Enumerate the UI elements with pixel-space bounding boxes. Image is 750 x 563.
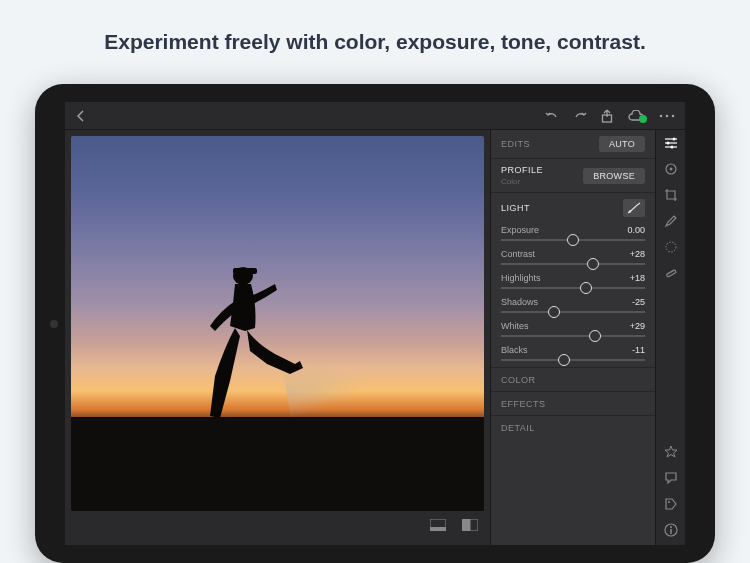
svg-rect-20 [666,270,676,278]
slider-value: -11 [632,345,645,355]
edits-label: EDITS [501,139,530,149]
slider-name: Shadows [501,297,538,307]
crop-tool-icon[interactable] [664,188,678,202]
share-button[interactable] [601,109,613,123]
info-icon[interactable] [664,523,678,537]
slider-thumb[interactable] [580,282,592,294]
profile-label: PROFILE [501,165,543,175]
slider-row-exposure: Exposure0.00 [501,225,645,241]
effects-section-label: EFFECTS [501,399,546,409]
slider-value: -25 [632,297,645,307]
photo-preview[interactable] [71,136,484,511]
svg-point-10 [629,210,631,212]
profile-section: PROFILE Color BROWSE [491,159,655,193]
slider-thumb[interactable] [589,330,601,342]
slider-name: Whites [501,321,529,331]
slider-blacks[interactable] [501,359,645,361]
slider-row-blacks: Blacks-11 [501,345,645,361]
svg-point-2 [666,114,669,117]
redo-button[interactable] [573,110,587,122]
light-section: LIGHT Exposure0.00Contrast+28Highlights+… [491,193,655,368]
svg-point-1 [660,114,663,117]
profile-value: Color [501,177,543,186]
undo-button[interactable] [545,110,559,122]
brush-tool-icon[interactable] [664,214,678,228]
comments-icon[interactable] [664,471,678,485]
slider-thumb[interactable] [558,354,570,366]
slider-value: 0.00 [627,225,645,235]
back-button[interactable] [75,110,87,122]
cloud-sync-status-icon[interactable] [627,110,645,122]
slider-name: Blacks [501,345,528,355]
svg-point-15 [666,142,669,145]
detail-section-header[interactable]: DETAIL [491,416,655,439]
slider-row-shadows: Shadows-25 [501,297,645,313]
canvas-footer [71,511,484,539]
slider-name: Exposure [501,225,539,235]
slider-contrast[interactable] [501,263,645,265]
slider-shadows[interactable] [501,311,645,313]
tool-rail [655,130,685,545]
keywords-tag-icon[interactable] [664,497,678,511]
color-section-header[interactable]: COLOR [491,368,655,392]
light-label: LIGHT [501,203,530,213]
slider-row-whites: Whites+29 [501,321,645,337]
device-camera [50,320,58,328]
effects-section-header[interactable]: EFFECTS [491,392,655,416]
rate-star-icon[interactable] [664,445,678,459]
slider-whites[interactable] [501,335,645,337]
radial-filter-tool-icon[interactable] [664,240,678,254]
svg-rect-9 [470,519,478,531]
svg-point-14 [672,138,675,141]
slider-thumb[interactable] [548,306,560,318]
healing-tool-icon[interactable] [664,266,678,280]
marketing-headline: Experiment freely with color, exposure, … [104,30,645,54]
slider-highlights[interactable] [501,287,645,289]
slider-value: +29 [630,321,645,331]
slider-exposure[interactable] [501,239,645,241]
color-section-label: COLOR [501,375,536,385]
slider-thumb[interactable] [567,234,579,246]
svg-point-23 [670,526,672,528]
svg-rect-8 [462,519,470,531]
slider-thumb[interactable] [587,258,599,270]
adjust-sliders-tool-icon[interactable] [663,136,679,150]
slider-value: +28 [630,249,645,259]
slider-name: Contrast [501,249,535,259]
target-adjust-tool-icon[interactable] [664,162,678,176]
svg-rect-5 [233,268,257,274]
edits-section: EDITS AUTO [491,130,655,159]
slider-value: +18 [630,273,645,283]
svg-point-16 [670,146,673,149]
top-toolbar [65,102,685,130]
tablet-device-frame: EDITS AUTO PROFILE Color BROWSE [35,84,715,563]
slider-name: Highlights [501,273,541,283]
canvas-area [65,130,490,545]
more-options-button[interactable] [659,114,675,118]
auto-button[interactable]: AUTO [599,136,645,152]
main-area: EDITS AUTO PROFILE Color BROWSE [65,130,685,545]
svg-point-21 [668,501,670,503]
browse-profiles-button[interactable]: BROWSE [583,168,645,184]
app-screen: EDITS AUTO PROFILE Color BROWSE [65,102,685,545]
svg-rect-7 [430,527,446,531]
sliders-container: Exposure0.00Contrast+28Highlights+18Shad… [501,225,645,361]
slider-row-contrast: Contrast+28 [501,249,645,265]
slider-row-highlights: Highlights+18 [501,273,645,289]
tone-curve-button[interactable] [623,199,645,217]
svg-point-19 [666,242,676,252]
before-after-toggle-icon[interactable] [462,519,478,531]
detail-section-label: DETAIL [501,423,535,433]
svg-point-18 [669,168,672,171]
edit-panel: EDITS AUTO PROFILE Color BROWSE [490,130,655,545]
photo-silhouette [195,256,305,426]
svg-point-3 [672,114,675,117]
filmstrip-toggle-icon[interactable] [430,519,446,531]
photo-ground [71,417,484,511]
